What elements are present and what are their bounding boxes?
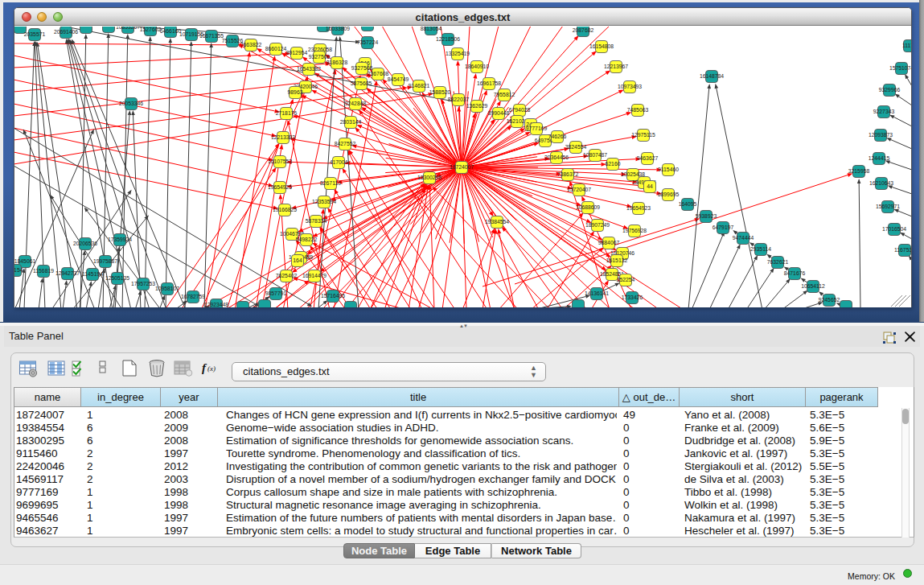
svg-text:98963: 98963 bbox=[288, 89, 303, 95]
svg-text:12093873: 12093873 bbox=[869, 132, 893, 138]
svg-text:16914479: 16914479 bbox=[302, 273, 326, 278]
svg-text:7485063: 7485063 bbox=[627, 107, 649, 113]
svg-text:(x): (x) bbox=[207, 365, 216, 373]
svg-text:3824554: 3824554 bbox=[565, 144, 587, 150]
svg-text:20364456: 20364456 bbox=[544, 154, 569, 160]
svg-text:17957253: 17957253 bbox=[131, 281, 155, 286]
svg-text:1615132: 1615132 bbox=[606, 257, 628, 263]
svg-text:12975115: 12975115 bbox=[631, 132, 655, 138]
svg-text:252254: 252254 bbox=[617, 277, 635, 282]
svg-text:19166825: 19166825 bbox=[273, 207, 297, 212]
svg-text:6479197: 6479197 bbox=[713, 225, 734, 230]
svg-text:10688609: 10688609 bbox=[576, 204, 600, 210]
svg-text:8990448: 8990448 bbox=[488, 110, 510, 116]
svg-text:12218506: 12218506 bbox=[436, 36, 460, 42]
svg-text:16782759: 16782759 bbox=[181, 294, 205, 299]
svg-text:10853267: 10853267 bbox=[116, 27, 140, 30]
svg-text:17016504: 17016504 bbox=[882, 226, 906, 232]
svg-text:18640910: 18640910 bbox=[465, 64, 489, 69]
svg-text:7632621: 7632621 bbox=[767, 259, 789, 265]
svg-text:9227343: 9227343 bbox=[873, 109, 895, 114]
svg-text:8186328: 8186328 bbox=[326, 60, 348, 65]
svg-text:9884067: 9884067 bbox=[598, 240, 620, 245]
svg-text:2035571: 2035571 bbox=[24, 31, 46, 37]
svg-text:f: f bbox=[202, 361, 207, 374]
svg-text:7386372: 7386372 bbox=[557, 171, 579, 177]
svg-text:10654112: 10654112 bbox=[801, 283, 825, 289]
svg-text:2087682: 2087682 bbox=[573, 27, 594, 33]
svg-text:164: 164 bbox=[293, 257, 302, 263]
svg-text:16210643: 16210643 bbox=[869, 180, 893, 186]
svg-text:19654925: 19654925 bbox=[268, 184, 292, 190]
svg-text:12213383: 12213383 bbox=[271, 134, 295, 140]
svg-text:19975887: 19975887 bbox=[93, 258, 117, 264]
svg-text:15692971: 15692971 bbox=[876, 204, 900, 209]
svg-text:2718176: 2718176 bbox=[276, 110, 298, 116]
svg-text:19756928: 19756928 bbox=[622, 228, 647, 233]
svg-text:20053346: 20053346 bbox=[119, 101, 143, 106]
svg-text:15716485: 15716485 bbox=[321, 293, 345, 299]
svg-text:9327506: 9327506 bbox=[309, 54, 331, 60]
svg-text:7357224: 7357224 bbox=[357, 39, 379, 45]
svg-text:13325419: 13325419 bbox=[446, 51, 470, 56]
svg-text:1362629: 1362629 bbox=[466, 103, 488, 109]
svg-text:8427552: 8427552 bbox=[335, 141, 356, 146]
svg-text:9146821: 9146821 bbox=[409, 83, 430, 89]
svg-text:2935114: 2935114 bbox=[750, 246, 771, 252]
svg-text:16671355: 16671355 bbox=[199, 33, 224, 39]
svg-text:2803144: 2803144 bbox=[340, 119, 362, 125]
svg-text:7955812: 7955812 bbox=[494, 92, 515, 97]
svg-text:6899695: 6899695 bbox=[658, 192, 680, 197]
svg-text:11173: 11173 bbox=[902, 43, 911, 48]
svg-text:1845061: 1845061 bbox=[14, 258, 35, 264]
svg-text:15751074: 15751074 bbox=[889, 65, 911, 71]
svg-text:8660124: 8660124 bbox=[265, 46, 287, 51]
svg-text:62160: 62160 bbox=[606, 161, 621, 167]
svg-text:8471676: 8471676 bbox=[784, 270, 806, 276]
svg-text:5878334: 5878334 bbox=[306, 218, 327, 224]
svg-text:16148784: 16148784 bbox=[700, 73, 724, 79]
svg-text:44: 44 bbox=[647, 183, 653, 189]
svg-text:14136141: 14136141 bbox=[585, 290, 609, 296]
svg-text:6466160: 6466160 bbox=[160, 28, 182, 34]
svg-text:9463627: 9463627 bbox=[637, 155, 659, 161]
svg-text:16961758: 16961758 bbox=[477, 80, 501, 86]
svg-text:15720407: 15720407 bbox=[567, 187, 591, 192]
svg-text:12353594: 12353594 bbox=[312, 199, 336, 204]
svg-text:19384554: 19384554 bbox=[485, 219, 509, 225]
svg-text:17359924: 17359924 bbox=[108, 237, 132, 242]
svg-text:10807487: 10807487 bbox=[583, 152, 607, 158]
svg-text:1244415: 1244415 bbox=[869, 155, 890, 161]
svg-text:9245652: 9245652 bbox=[819, 297, 840, 303]
svg-text:12213967: 12213967 bbox=[604, 64, 628, 69]
svg-text:3215958: 3215958 bbox=[848, 168, 870, 174]
svg-text:8267110: 8267110 bbox=[320, 180, 341, 186]
svg-text:746266: 746266 bbox=[548, 134, 567, 139]
svg-text:20691406: 20691406 bbox=[54, 29, 78, 35]
svg-text:417004: 417004 bbox=[330, 159, 348, 165]
svg-text:12942737: 12942737 bbox=[55, 270, 80, 276]
svg-text:18907249: 18907249 bbox=[585, 222, 610, 228]
svg-text:18724007: 18724007 bbox=[450, 164, 474, 170]
svg-text:18300295: 18300295 bbox=[417, 175, 441, 180]
svg-text:10958107: 10958107 bbox=[155, 286, 179, 291]
svg-text:8822037: 8822037 bbox=[448, 97, 470, 102]
svg-text:1588520: 1588520 bbox=[429, 89, 451, 95]
svg-text:8912954: 8912954 bbox=[286, 50, 308, 56]
svg-text:7625402: 7625402 bbox=[276, 273, 298, 278]
svg-text:16107553: 16107553 bbox=[268, 159, 292, 164]
svg-text:8813054: 8813054 bbox=[421, 27, 442, 31]
svg-text:9115460: 9115460 bbox=[658, 167, 679, 172]
svg-text:16543382: 16543382 bbox=[297, 66, 321, 72]
svg-text:10973493: 10973493 bbox=[618, 84, 642, 89]
svg-text:16154808: 16154808 bbox=[589, 43, 614, 49]
svg-text:9327508: 9327508 bbox=[351, 65, 373, 71]
svg-text:12505135: 12505135 bbox=[105, 275, 129, 281]
svg-text:5875685: 5875685 bbox=[351, 80, 372, 86]
svg-text:1733426: 1733426 bbox=[622, 295, 643, 300]
svg-text:39154: 39154 bbox=[14, 267, 23, 273]
svg-text:8454749: 8454749 bbox=[388, 76, 409, 82]
svg-text:1527602: 1527602 bbox=[140, 27, 162, 32]
svg-text:9329966: 9329966 bbox=[879, 87, 901, 93]
svg-text:6794028: 6794028 bbox=[509, 107, 531, 113]
